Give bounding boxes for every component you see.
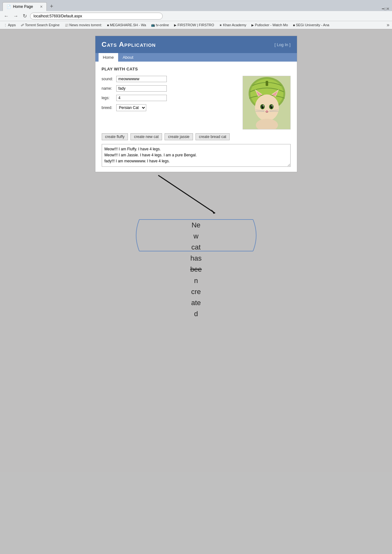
create-jassie-button[interactable]: create jassie	[165, 133, 193, 140]
annotation-text-line3: cat	[139, 242, 253, 253]
bookmark-torrent-search[interactable]: ☍ Torrent Search Engine	[20, 22, 61, 27]
tab-close-button[interactable]: ×	[40, 4, 43, 9]
nav-home[interactable]: Home	[99, 53, 118, 62]
bookmarks-bar: ⋮ Apps ☍ Torrent Search Engine 📰 News mo…	[0, 21, 392, 29]
bookmark-label: Torrent Search Engine	[25, 23, 59, 27]
browser-toolbar: ← → ↻	[0, 11, 392, 21]
page-background: Cats Application [ Log In ] Home About P…	[0, 29, 392, 472]
create-fluffy-button[interactable]: create fluffy	[102, 133, 128, 140]
new-tab-button[interactable]: +	[47, 2, 56, 11]
output-line-2: Meow!!! I am Jassie. I have 4 legs. I am…	[105, 152, 288, 158]
address-bar[interactable]	[30, 13, 163, 20]
app-header: Cats Application [ Log In ]	[95, 36, 297, 53]
cat-form-area: sound: name: legs: breed: Persia	[102, 76, 291, 129]
torrent-search-icon: ☍	[21, 23, 24, 27]
active-tab[interactable]: 📄 Home Page ×	[3, 2, 47, 11]
khan-icon: ★	[219, 23, 222, 27]
annotation-section: Ne w cat has bee n cre ate d	[95, 172, 297, 235]
annotation-text-line9: d	[139, 308, 253, 319]
legs-label: legs:	[102, 96, 114, 100]
output-line-1: Meow!!! I am Fluffy. I have 4 legs.	[105, 146, 288, 152]
name-input[interactable]	[116, 85, 167, 92]
bookmark-segi[interactable]: ■ SEGi University - Ana	[292, 22, 331, 27]
svg-rect-20	[266, 81, 268, 86]
sound-input[interactable]	[116, 76, 167, 82]
back-button[interactable]: ←	[3, 13, 10, 20]
bookmark-firstrow[interactable]: ▶ FIRSTROW | FIRSTRO	[173, 22, 215, 27]
browser-chrome: 📄 Home Page × + ━□✕ ← → ↻ ⋮ Apps ☍ Torre…	[0, 0, 392, 29]
apps-icon: ⋮	[4, 23, 7, 27]
bookmark-label: Putlocker - Watch Mo	[255, 23, 288, 27]
legs-row: legs:	[102, 95, 238, 101]
form-fields: sound: name: legs: breed: Persia	[102, 76, 238, 114]
bookmark-khan[interactable]: ★ Khan Academy	[218, 22, 248, 27]
main-content: PLAY WITH CATS sound: name: legs:	[95, 62, 297, 172]
bookmark-megashare[interactable]: ■ MEGASHARE.SH - Wa	[106, 22, 148, 27]
svg-line-21	[158, 175, 215, 213]
tab-bar: 📄 Home Page × + ━□✕	[0, 0, 392, 11]
bookmark-putlocker[interactable]: ▶ Putlocker - Watch Mo	[250, 22, 289, 27]
bookmark-label: Apps	[8, 23, 16, 27]
create-new-cat-button[interactable]: create new cat	[130, 133, 162, 140]
sound-row: sound:	[102, 76, 238, 82]
sound-label: sound:	[102, 77, 114, 81]
breed-row: breed: Persian Cat Bengal Siamese Maine …	[102, 104, 238, 111]
forward-button[interactable]: →	[12, 13, 20, 20]
bookmark-label: News movies torrent:	[69, 23, 102, 27]
tab-page-icon: 📄	[7, 5, 11, 9]
app-title: Cats Application	[102, 40, 156, 49]
bookmark-label: MEGASHARE.SH - Wa	[110, 23, 146, 27]
refresh-button[interactable]: ↻	[21, 12, 28, 20]
name-label: name:	[102, 86, 114, 91]
cat-image	[243, 76, 291, 129]
bookmark-label: Khan Academy	[223, 23, 246, 27]
tv-icon: 📺	[151, 23, 155, 27]
annotation-text-line7: cre	[139, 286, 253, 297]
window-controls: ━□✕	[382, 7, 392, 11]
bookmark-label: FIRSTROW | FIRSTRO	[178, 23, 214, 27]
output-line-3: fady!!! I am meowwwww. I have 4 legs.	[105, 158, 288, 164]
name-row: name:	[102, 85, 238, 92]
tab-title: Home Page	[13, 4, 33, 9]
svg-point-13	[271, 105, 273, 106]
annotation-tooltip: Ne w cat has bee n cre ate d	[139, 220, 253, 320]
buttons-row: create fluffy create new cat create jass…	[102, 133, 291, 140]
create-bread-cat-button[interactable]: create bread cat	[196, 133, 230, 140]
bookmark-label: tv-online	[156, 23, 169, 27]
app-nav: Home About	[95, 53, 297, 62]
megashare-icon: ■	[107, 23, 109, 27]
annotation-text-line8: ate	[139, 297, 253, 308]
putlocker-icon: ▶	[251, 23, 254, 27]
section-title: PLAY WITH CATS	[102, 67, 291, 71]
breed-label: breed:	[102, 105, 114, 110]
news-icon: 📰	[65, 23, 69, 27]
bookmark-label: SEGi University - Ana	[296, 23, 329, 27]
bookmark-apps[interactable]: ⋮ Apps	[3, 22, 17, 27]
annotation-text-line6: n	[139, 275, 253, 286]
svg-point-3	[255, 94, 279, 121]
segi-icon: ■	[293, 23, 295, 27]
svg-point-12	[262, 105, 264, 106]
app-container: Cats Application [ Log In ] Home About P…	[95, 36, 297, 172]
bookmark-news[interactable]: 📰 News movies torrent:	[63, 22, 103, 27]
output-area: Meow!!! I am Fluffy. I have 4 legs. Meow…	[102, 144, 291, 167]
login-link[interactable]: [ Log In ]	[274, 42, 291, 47]
cat-photo-svg	[243, 76, 291, 129]
annotation-text-line5: bee	[139, 264, 253, 275]
firstrow-icon: ▶	[174, 23, 177, 27]
breed-select[interactable]: Persian Cat Bengal Siamese Maine Coon	[116, 104, 146, 111]
annotation-text-line1: Ne	[139, 220, 253, 231]
annotation-text-line2: w	[139, 231, 253, 242]
bookmark-tvonline[interactable]: 📺 tv-online	[150, 22, 170, 27]
more-bookmarks-button[interactable]: »	[387, 22, 389, 28]
nav-about[interactable]: About	[118, 53, 138, 62]
legs-input[interactable]	[116, 95, 167, 101]
annotation-text-line4: has	[139, 253, 253, 264]
